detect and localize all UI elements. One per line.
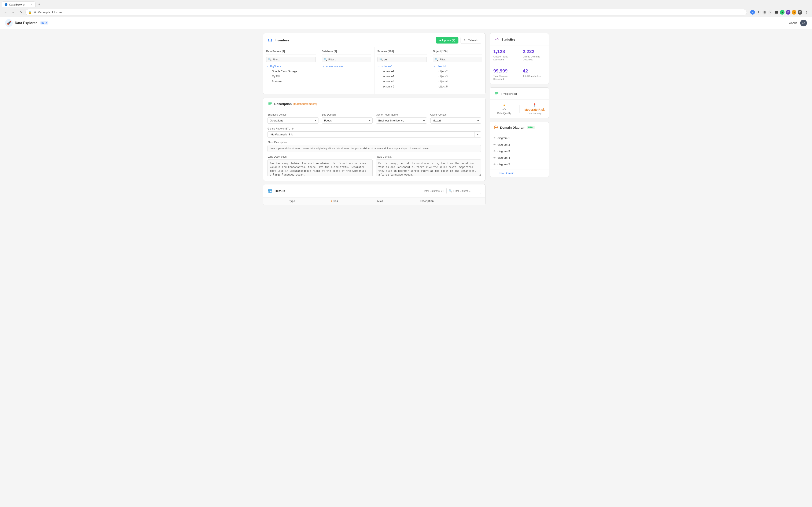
search-icon-schema: 🔍 <box>379 58 383 61</box>
database-filter-input[interactable] <box>328 58 369 61</box>
datasource-header: Data Source [4] <box>266 50 316 55</box>
back-button[interactable]: ← <box>3 9 8 15</box>
business-domain-select[interactable]: Operations <box>267 117 318 124</box>
domain-diagram-card: Domain Diagram NEW 👁 diagram-1 👁 diagram… <box>490 122 549 177</box>
lock-icon: 🔒 <box>28 11 32 14</box>
description-icon <box>267 101 272 106</box>
matched-tag: [matchedMembers] <box>294 102 317 105</box>
extension-icon-6[interactable]: ● <box>780 10 784 14</box>
column-filter-input[interactable] <box>453 189 479 192</box>
sub-domain-select[interactable]: Feeds <box>322 117 373 124</box>
datasource-filter[interactable]: 🔍 <box>266 57 316 62</box>
extension-icon-9[interactable]: E <box>798 10 802 14</box>
forward-button[interactable]: → <box>10 9 16 15</box>
refresh-button[interactable]: ↻ Refresh <box>461 37 481 44</box>
datasource-filter-input[interactable] <box>273 58 314 61</box>
properties-icon <box>494 91 499 96</box>
schema-item-2[interactable]: schema-2 <box>377 69 427 74</box>
object-item-2[interactable]: object-2 <box>433 69 483 74</box>
extension-icon-3[interactable]: ▦ <box>762 10 767 14</box>
tab-close-button[interactable]: ✕ <box>31 3 33 6</box>
new-domain-button[interactable]: + + New Domain <box>490 169 549 177</box>
extension-icon-2[interactable]: ⊞ <box>756 10 761 14</box>
col-header-name <box>263 198 286 205</box>
schema-filter[interactable]: 🔍 <box>377 57 427 62</box>
long-desc-textarea[interactable]: Far far away, behind the word mountains,… <box>267 160 372 176</box>
schema-item-4[interactable]: schema-4 <box>377 79 427 84</box>
domain-diagram-list: 👁 diagram-1 👁 diagram-2 👁 diagram-3 👁 di… <box>490 133 549 169</box>
schema-item-3[interactable]: schema-3 <box>377 74 427 79</box>
copy-icon[interactable]: ⊕ <box>291 127 294 130</box>
about-link[interactable]: About <box>789 21 797 25</box>
schema-filter-input[interactable] <box>384 58 425 61</box>
domain-item-2[interactable]: 👁 diagram-2 <box>490 141 549 148</box>
database-item-some[interactable]: ✓ some-database <box>322 64 371 69</box>
description-card: Description [matchedMembers] Business Do… <box>263 98 486 181</box>
data-quality-value: n/a <box>502 108 506 111</box>
datasource-item-postgres[interactable]: Postgres <box>266 79 316 84</box>
github-input[interactable] <box>268 131 474 137</box>
app-header: 🚀 Data Explorer BETA About EA <box>0 17 812 29</box>
user-avatar[interactable]: EA <box>800 20 807 26</box>
domain-diagram-title: Domain Diagram <box>500 126 525 129</box>
details-card: Details Total Columns: 21 🔍 Type <box>263 184 486 205</box>
table-context-textarea[interactable]: Far far away, behind the word mountains,… <box>376 160 481 176</box>
table-header-row: Type ℹ Risk Alias Description <box>263 198 485 205</box>
datasource-item-bigquery[interactable]: ✓ BigQuery <box>266 64 316 69</box>
extension-icon-7[interactable]: P <box>786 10 791 14</box>
domain-item-3[interactable]: 👁 diagram-3 <box>490 148 549 155</box>
new-tab-button[interactable]: + <box>36 1 42 7</box>
eye-icon-5: 👁 <box>493 163 496 166</box>
owner-contact-select[interactable]: Mozart <box>430 117 481 124</box>
reload-button[interactable]: ↻ <box>18 9 24 15</box>
check-icon: ✓ <box>267 65 269 68</box>
domain-item-1[interactable]: 👁 diagram-1 <box>490 135 549 141</box>
schema-header: Schema [100] <box>377 50 427 55</box>
owner-team-select[interactable]: Business Intelligence <box>376 117 427 124</box>
total-columns-value: 99,999 <box>493 68 516 74</box>
inventory-columns: Data Source [4] 🔍 ✓ BigQuery Google Clou… <box>263 47 485 94</box>
extension-icon-5[interactable]: ⬛ <box>774 10 778 14</box>
github-chevron-icon[interactable]: ▼ <box>474 131 481 137</box>
object-filter-input[interactable] <box>440 58 480 61</box>
statistics-card: Statistics 1,128 Unique Tables Described… <box>490 33 549 84</box>
database-filter[interactable]: 🔍 <box>322 57 371 62</box>
extension-icon-8[interactable]: ★ <box>792 10 796 14</box>
short-desc-input[interactable] <box>267 145 481 152</box>
schema-item-5[interactable]: schema-5 <box>377 84 427 89</box>
beta-badge: BETA <box>40 21 48 24</box>
datasource-item-mysql[interactable]: MySQL <box>266 74 316 79</box>
datasource-item-gcs[interactable]: Google Cloud Storage <box>266 69 316 74</box>
extension-icon-1[interactable]: M <box>750 10 755 14</box>
column-filter[interactable]: 🔍 <box>446 188 481 194</box>
object-column: Object [100] 🔍 ✓ object-1 object-2 objec… <box>430 47 485 94</box>
stat-unique-columns: 2,222 Unique Columns Described <box>519 45 549 65</box>
contributors-value: 42 <box>523 68 545 74</box>
col-header-risk: ℹ Risk <box>327 198 374 205</box>
inventory-header: Inventory ● Update (9) ↻ Refresh <box>263 34 485 47</box>
data-quality-label: Data Quality <box>497 112 511 115</box>
details-title-area: Details <box>267 188 285 193</box>
owner-team-label: Owner Team Name <box>376 113 427 116</box>
browser-tab-active[interactable]: 🔵 Data Explorer ✕ <box>2 1 36 7</box>
menu-button[interactable]: ⋮ <box>804 9 809 15</box>
update-button[interactable]: ● Update (9) <box>436 37 458 44</box>
object-item-5[interactable]: object-5 <box>433 84 483 89</box>
schema-item-1[interactable]: ✓ schema-1 <box>377 64 427 69</box>
object-filter[interactable]: 🔍 <box>433 57 483 62</box>
domain-item-4[interactable]: 👁 diagram-4 <box>490 155 549 161</box>
extension-icon-4[interactable]: V <box>768 10 773 14</box>
object-item-4[interactable]: object-4 <box>433 79 483 84</box>
long-desc-label: Long Description <box>267 155 372 158</box>
domain-item-5[interactable]: 👁 diagram-5 <box>490 161 549 168</box>
url-input[interactable] <box>33 11 744 14</box>
sub-domain-group: Sub Domain Feeds <box>322 113 373 124</box>
stat-contributors: 42 Total Contributors <box>519 65 549 84</box>
properties-header: Properties <box>490 88 549 100</box>
address-bar[interactable]: 🔒 <box>26 9 747 15</box>
total-columns-label: Total Columns: 21 <box>423 189 444 192</box>
domain-item-label-5: diagram-5 <box>498 163 510 166</box>
object-item-1[interactable]: ✓ object-1 <box>433 64 483 69</box>
logo-icon: 🚀 <box>5 19 13 27</box>
object-item-3[interactable]: object-3 <box>433 74 483 79</box>
